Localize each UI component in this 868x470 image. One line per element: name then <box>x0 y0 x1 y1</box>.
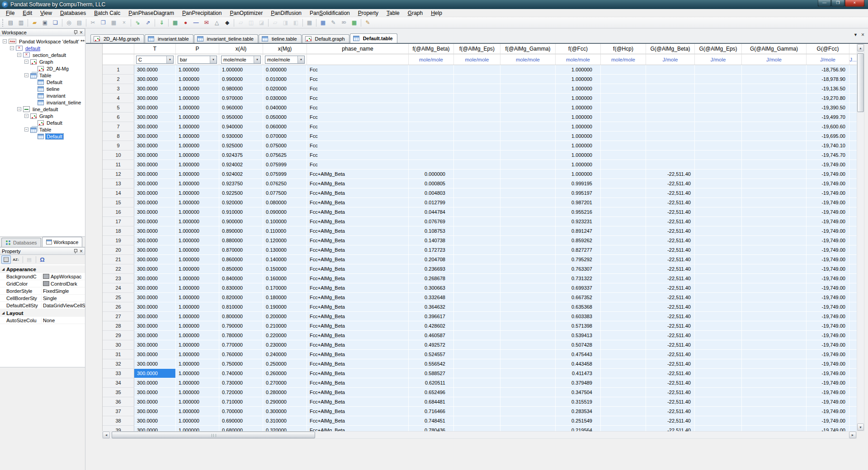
data-cell[interactable]: 1.000000 <box>176 84 219 94</box>
data-cell[interactable] <box>601 122 646 132</box>
data-cell[interactable] <box>742 283 807 293</box>
row-header-cell[interactable]: 5 <box>103 103 134 113</box>
data-cell[interactable]: 300.0000 <box>134 340 176 350</box>
data-cell[interactable]: Fcc+AlMg_Beta <box>307 179 409 188</box>
data-cell[interactable]: 0.924002 <box>219 160 263 169</box>
tree-item-2d-al-mg[interactable]: 2D_Al-Mg <box>0 65 85 72</box>
data-cell[interactable]: Fcc <box>307 132 409 141</box>
data-cell[interactable]: 300.0000 <box>134 426 176 431</box>
data-cell[interactable]: -19,749.00 <box>807 340 849 350</box>
data-cell[interactable]: 300.0000 <box>134 378 176 388</box>
data-cell[interactable] <box>742 198 807 207</box>
data-cell[interactable] <box>849 217 857 226</box>
close-icon[interactable] <box>80 249 83 254</box>
data-cell[interactable]: 0.220000 <box>263 331 307 340</box>
data-cell[interactable]: 0.428602 <box>409 321 454 331</box>
data-cell[interactable]: Fcc+AlMg_Beta <box>307 293 409 302</box>
data-cell[interactable] <box>454 416 500 426</box>
data-cell[interactable] <box>742 264 807 274</box>
data-cell[interactable]: 1.000000 <box>176 331 219 340</box>
data-cell[interactable]: -19,749.00 <box>807 388 849 397</box>
data-cell[interactable] <box>695 274 742 283</box>
data-cell[interactable]: -22,511.40 <box>646 236 695 245</box>
data-cell[interactable]: 300.0000 <box>134 169 176 179</box>
measure-icon[interactable]: ✎ <box>329 18 338 28</box>
delete-icon[interactable]: × <box>119 18 129 28</box>
menu-table[interactable]: Table <box>382 9 404 17</box>
data-cell[interactable]: 300.0000 <box>134 65 176 75</box>
data-cell[interactable] <box>601 113 646 122</box>
data-cell[interactable]: Fcc+AlMg_Beta <box>307 236 409 245</box>
data-cell[interactable]: -22,511.40 <box>646 302 695 312</box>
data-cell[interactable]: Fcc <box>307 94 409 103</box>
alphabetical-sort-icon[interactable]: AZ↓ <box>11 255 21 264</box>
menu-panphasediagram[interactable]: PanPhaseDiagram <box>124 9 178 17</box>
property-category[interactable]: ◢Layout <box>0 309 85 317</box>
data-cell[interactable] <box>454 236 500 245</box>
data-cell[interactable] <box>454 255 500 264</box>
data-cell[interactable]: 300.0000 <box>134 321 176 331</box>
data-cell[interactable]: 0.923231 <box>556 217 601 226</box>
data-cell[interactable]: 1.000000 <box>556 103 601 113</box>
data-cell[interactable]: 1.000000 <box>176 340 219 350</box>
property-row[interactable]: GridColorControlDark <box>0 280 85 287</box>
data-cell[interactable] <box>695 302 742 312</box>
data-cell[interactable] <box>601 369 646 378</box>
data-cell[interactable]: 300.0000 <box>134 226 176 236</box>
tree-item-table[interactable]: −Table <box>0 126 85 133</box>
data-cell[interactable]: 0.075999 <box>263 169 307 179</box>
data-cell[interactable] <box>695 169 742 179</box>
property-value[interactable]: ControlDark <box>42 281 85 287</box>
data-cell[interactable]: 0.077500 <box>263 188 307 198</box>
data-cell[interactable]: Fcc+AlMg_Beta <box>307 302 409 312</box>
data-cell[interactable] <box>849 416 857 426</box>
data-cell[interactable]: 0.075000 <box>263 141 307 150</box>
data-cell[interactable] <box>500 245 556 255</box>
data-cell[interactable]: 0.859262 <box>556 236 601 245</box>
row-header-cell[interactable]: 20 <box>103 245 134 255</box>
data-cell[interactable] <box>454 283 500 293</box>
data-cell[interactable] <box>500 283 556 293</box>
data-cell[interactable]: 0.987201 <box>556 198 601 207</box>
data-cell[interactable]: -19,749.00 <box>807 359 849 369</box>
data-cell[interactable] <box>849 331 857 340</box>
row-header-cell[interactable]: 31 <box>103 350 134 359</box>
property-row[interactable]: AutoSizeColuNone <box>0 317 85 324</box>
data-cell[interactable]: 300.0000 <box>134 397 176 407</box>
data-cell[interactable] <box>695 75 742 84</box>
data-cell[interactable]: Fcc <box>307 122 409 132</box>
data-cell[interactable] <box>454 388 500 397</box>
data-cell[interactable]: 1.000000 <box>176 169 219 179</box>
tree-item-tieline[interactable]: tieline <box>0 85 85 92</box>
data-cell[interactable]: 300.0000 <box>134 122 176 132</box>
data-cell[interactable] <box>454 226 500 236</box>
data-cell[interactable]: 0.230000 <box>263 340 307 350</box>
data-cell[interactable] <box>601 350 646 359</box>
data-cell[interactable]: -22,511.40 <box>646 188 695 198</box>
column-header-G(@Fcc)[interactable]: G(@Fcc) <box>807 44 849 54</box>
data-cell[interactable]: 0.300663 <box>409 283 454 293</box>
data-cell[interactable]: 0.930000 <box>219 132 263 141</box>
tree-item-graph[interactable]: −Graph <box>0 113 85 119</box>
section-calculation-icon[interactable]: ✉ <box>202 18 211 28</box>
data-cell[interactable]: Fcc <box>307 141 409 150</box>
data-cell[interactable]: 1.000000 <box>176 350 219 359</box>
data-cell[interactable]: 0.780436 <box>409 426 454 431</box>
data-cell[interactable]: 300.0000 <box>134 407 176 416</box>
data-cell[interactable]: 0.210000 <box>263 321 307 331</box>
data-cell[interactable]: Fcc+AlMg_Beta <box>307 321 409 331</box>
column-header-G(@AlMg_Eps)[interactable]: G(@AlMg_Eps) <box>695 44 742 54</box>
property-row[interactable]: BorderStyleFixedSingle <box>0 287 85 295</box>
data-cell[interactable] <box>695 188 742 198</box>
horizontal-scroll-thumb[interactable] <box>112 432 315 438</box>
row-header-cell[interactable]: 36 <box>103 397 134 407</box>
data-cell[interactable] <box>454 426 500 431</box>
data-cell[interactable]: 0.140000 <box>263 255 307 264</box>
data-cell[interactable]: 0.950000 <box>219 113 263 122</box>
data-cell[interactable] <box>409 65 454 75</box>
data-cell[interactable] <box>849 407 857 416</box>
data-cell[interactable]: 1.000000 <box>176 378 219 388</box>
data-cell[interactable]: 0.710000 <box>219 397 263 407</box>
column-header-f(@AlMg_Eps)[interactable]: f(@AlMg_Eps) <box>454 44 500 54</box>
tree-item-invariant-tieline[interactable]: invariant_tieline <box>0 99 85 106</box>
